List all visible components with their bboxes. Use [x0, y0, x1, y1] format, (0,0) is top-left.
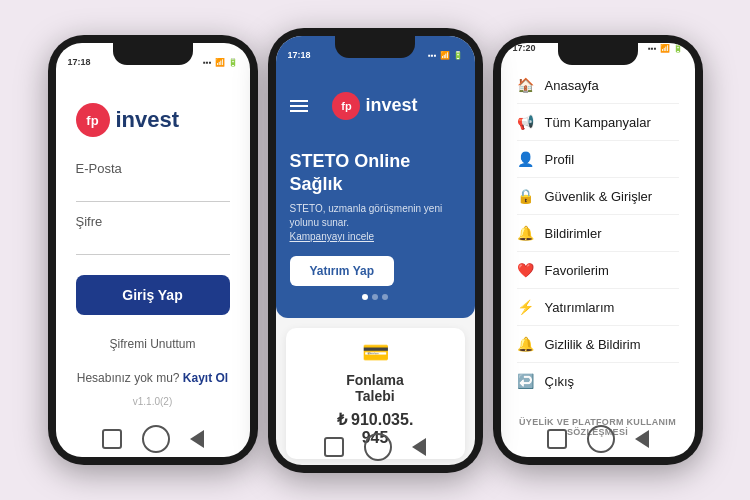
menu-item-2[interactable]: 👤 Profil [517, 141, 679, 178]
menu-item-1[interactable]: 📢 Tüm Kampanyalar [517, 104, 679, 141]
banner-card: STETO Online Sağlık STETO, uzmanla görüş… [276, 136, 475, 319]
menu-label-2: Profil [545, 152, 575, 167]
status-icons-center: ▪▪▪ 📶 🔋 [428, 51, 463, 60]
center-logo-area: fp invest [332, 92, 417, 120]
menu-label-8: Çıkış [545, 374, 575, 389]
menu-label-4: Bildirimler [545, 226, 602, 241]
menu-icon-8: ↩️ [517, 373, 535, 389]
password-group: Şifre [76, 214, 230, 255]
home-button-left[interactable] [142, 425, 170, 453]
phone-right: 17:20 ▪▪▪ 📶 🔋 🏠 Anasayfa 📢 Tüm Kampanyal… [493, 35, 703, 465]
funding-icon: 💳 [298, 340, 453, 366]
menu-item-4[interactable]: 🔔 Bildirimler [517, 215, 679, 252]
time-left: 17:18 [68, 57, 91, 67]
menu-label-0: Anasayfa [545, 78, 599, 93]
dots-indicator [290, 294, 461, 300]
banner-subtitle: STETO, uzmanla görüşmenin yeni yolunu su… [290, 202, 461, 244]
register-link[interactable]: Kayıt Ol [183, 371, 228, 385]
login-logo-area: fp invest [56, 71, 250, 161]
email-input[interactable] [76, 178, 230, 202]
status-icons-right: ▪▪▪ 📶 🔋 [648, 44, 683, 53]
forgot-password-link[interactable]: Şifremi Unuttum [76, 337, 230, 351]
menu-icon-3: 🔒 [517, 188, 535, 204]
back-button-right[interactable] [547, 429, 567, 449]
bottom-nav-center [324, 433, 426, 461]
center-app-screen: 17:18 ▪▪▪ 📶 🔋 fp [276, 36, 475, 465]
menu-icon-1: 📢 [517, 114, 535, 130]
app-name-center: invest [365, 95, 417, 116]
menu-item-0[interactable]: 🏠 Anasayfa [517, 67, 679, 104]
notch-right [558, 43, 638, 65]
password-label: Şifre [76, 214, 230, 229]
menu-item-7[interactable]: 🔔 Gizlilik & Bildirim [517, 326, 679, 363]
menu-icon-0: 🏠 [517, 77, 535, 93]
menu-label-6: Yatırımlarım [545, 300, 615, 315]
back-button-center[interactable] [324, 437, 344, 457]
menu-icon-7: 🔔 [517, 336, 535, 352]
recent-button-center[interactable] [412, 438, 426, 456]
status-icons-left: ▪▪▪ 📶 🔋 [203, 58, 238, 67]
phone-center: 17:18 ▪▪▪ 📶 🔋 fp [268, 28, 483, 473]
back-button-left[interactable] [102, 429, 122, 449]
menu-icon-4: 🔔 [517, 225, 535, 241]
email-group: E-Posta [76, 161, 230, 202]
menu-item-8[interactable]: ↩️ Çıkış [517, 363, 679, 399]
email-label: E-Posta [76, 161, 230, 176]
login-screen: 17:18 ▪▪▪ 📶 🔋 fp invest E-Posta [56, 43, 250, 457]
invest-button[interactable]: Yatırım Yap [290, 256, 394, 286]
center-header: fp invest [276, 64, 475, 136]
hamburger-menu[interactable] [290, 100, 308, 112]
dot-1 [362, 294, 368, 300]
recent-button-left[interactable] [190, 430, 204, 448]
home-button-right[interactable] [587, 425, 615, 453]
menu-label-7: Gizlilik & Bildirim [545, 337, 641, 352]
notch [113, 43, 193, 65]
notch-center [335, 36, 415, 58]
menu-item-6[interactable]: ⚡ Yatırımlarım [517, 289, 679, 326]
campaign-link[interactable]: Kampanyayı incele [290, 231, 375, 242]
funding-title: FonlamaTalebi [298, 372, 453, 404]
bottom-nav-right [547, 425, 649, 453]
right-menu-screen: 17:20 ▪▪▪ 📶 🔋 🏠 Anasayfa 📢 Tüm Kampanyal… [501, 43, 695, 457]
fp-logo-center: fp [332, 92, 360, 120]
menu-label-5: Favorilerim [545, 263, 609, 278]
time-center: 17:18 [288, 50, 311, 60]
recent-button-right[interactable] [635, 430, 649, 448]
home-button-center[interactable] [364, 433, 392, 461]
menu-icon-6: ⚡ [517, 299, 535, 315]
dot-3 [382, 294, 388, 300]
menu-list: 🏠 Anasayfa 📢 Tüm Kampanyalar 👤 Profil 🔒 … [501, 57, 695, 409]
dot-2 [372, 294, 378, 300]
menu-label-1: Tüm Kampanyalar [545, 115, 651, 130]
phone-left: 17:18 ▪▪▪ 📶 🔋 fp invest E-Posta [48, 35, 258, 465]
login-button[interactable]: Giriş Yap [76, 275, 230, 315]
menu-label-3: Güvenlik & Girişler [545, 189, 653, 204]
time-right: 17:20 [513, 43, 536, 53]
register-text: Hesabınız yok mu? Kayıt Ol [76, 371, 230, 385]
menu-icon-2: 👤 [517, 151, 535, 167]
phones-container: 17:18 ▪▪▪ 📶 🔋 fp invest E-Posta [0, 0, 750, 500]
password-input[interactable] [76, 231, 230, 255]
fp-logo-left: fp [76, 103, 110, 137]
menu-item-5[interactable]: ❤️ Favorilerim [517, 252, 679, 289]
bottom-nav-left [102, 425, 204, 453]
banner-title: STETO Online Sağlık [290, 150, 461, 197]
menu-icon-5: ❤️ [517, 262, 535, 278]
menu-item-3[interactable]: 🔒 Güvenlik & Girişler [517, 178, 679, 215]
app-name-left: invest [116, 107, 180, 133]
login-form: E-Posta Şifre Giriş Yap Şifremi Unuttum … [56, 161, 250, 385]
